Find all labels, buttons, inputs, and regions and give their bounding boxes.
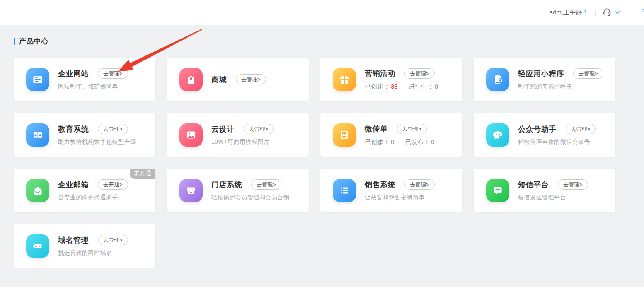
gift-icon [333,68,356,91]
sms-bubble-icon [486,179,509,202]
activate-button[interactable]: 去开通> [98,179,128,190]
product-subtitle: 轻松管理自家的微信公众号 [518,138,596,146]
manage-button[interactable]: 去管理> [98,68,128,79]
product-title: 微传单 [365,124,388,134]
product-subtitle: 助力教培机构数字化转型升级 [58,138,136,146]
chevron-down-icon [615,9,620,16]
product-subtitle: 短信发送管理平台 [518,194,588,201]
education-book-icon [26,123,49,147]
product-title: 营销活动 [365,68,395,78]
product-card-sales-system[interactable]: 销售系统 去管理> 让获客和销售变得简单 [320,169,462,212]
not-activated-badge: 未开通 [130,169,155,179]
product-title: 公众号助手 [518,124,557,134]
stat-value: 0 [431,138,434,145]
product-stats: 已创建：38 进行中：0 [365,83,438,91]
stat-label: 已发布： [405,138,430,145]
manage-button[interactable]: 去管理> [558,179,588,190]
product-card-cloud-design[interactable]: 云设计 去管理> 10W+可商用模板图片 [167,113,309,157]
product-title: 轻应用小程序 [518,69,564,79]
image-design-icon [179,123,203,147]
storefront-icon [179,179,203,202]
website-icon [26,68,49,91]
product-title: 云设计 [211,124,235,134]
mail-icon [26,179,49,202]
product-subtitle: 制作您的专属小程序 [518,83,603,90]
product-subtitle: 更专业的商务沟通助手 [58,194,128,201]
topbar-divider: | [594,9,596,16]
manage-button[interactable]: 去管理> [236,74,266,84]
sales-list-icon [333,179,356,202]
manage-button[interactable]: 去管理> [251,179,281,190]
stat-value: 0 [435,83,438,90]
clipped-edge-icon [642,9,644,15]
product-title: 域名管理 [58,235,89,245]
manage-button[interactable]: 去管理> [404,68,435,79]
stat-label: 进行中： [409,83,433,90]
product-card-marketing[interactable]: 营销活动 去管理> 已创建：38 进行中：0 [320,58,462,101]
flyer-icon [333,123,356,147]
product-subtitle: 挑选喜欢的网站域名 [58,249,128,257]
product-title: 销售系统 [365,180,395,190]
manage-button[interactable]: 去管理> [98,235,128,245]
product-card-store-system[interactable]: 门店系统 去管理> 轻松搞定会员管理和会员营销 [167,169,309,212]
stat-value: 38 [391,83,398,90]
product-card-miniapp[interactable]: 轻应用小程序 去管理> 制作您的专属小程序 [474,58,615,101]
manage-button[interactable]: 去管理> [404,179,435,190]
product-title: 短信平台 [518,180,549,190]
topbar-divider: | [626,9,628,16]
manage-button[interactable]: 去管理> [573,68,603,79]
product-card-enterprise-website[interactable]: 企业网站 去管理> 网站制作、维护都简单 [14,58,155,101]
product-subtitle: 10W+可商用模板图片 [211,138,274,146]
miniapp-phone-icon [486,68,509,91]
user-greeting: adm,上午好！ [550,9,588,17]
section-header: 产品中心 [14,36,49,46]
product-card-flyer[interactable]: 微传单 去管理> 已创建：0 已发布：0 [320,113,462,157]
product-card-official-account[interactable]: 公众号助手 去管理> 轻松管理自家的微信公众号 [474,113,615,157]
product-stats: 已创建：0 已发布：0 [365,138,435,146]
product-card-education[interactable]: 教育系统 去管理> 助力教培机构数字化转型升级 [14,113,155,157]
manage-button[interactable]: 去管理> [98,124,128,134]
product-card-mall[interactable]: 商城 去管理> [167,58,309,101]
product-card-sms-platform[interactable]: 短信平台 去管理> 短信发送管理平台 [474,169,615,212]
product-grid: 企业网站 去管理> 网站制作、维护都简单 商城 去管理> [14,58,615,268]
page-title: 产品中心 [19,36,49,46]
stat-label: 已创建： [365,83,390,90]
product-title: 教育系统 [58,124,89,134]
product-title: 企业邮箱 [58,180,89,190]
stat-value: 0 [391,138,394,145]
product-title: 商城 [211,75,227,84]
mall-bag-icon [179,68,203,91]
stat-label: 已创建： [365,138,390,145]
accent-bar [14,38,15,45]
product-card-enterprise-mail[interactable]: 未开通 企业邮箱 去开通> 更专业的商务沟通助手 [14,169,155,212]
headset-icon [602,7,612,18]
product-subtitle: 让获客和销售变得简单 [365,194,435,201]
product-subtitle: 轻松搞定会员管理和会员营销 [211,194,290,201]
manage-button[interactable]: 去管理> [244,124,274,134]
wechat-official-icon [486,123,509,147]
product-subtitle: 网站制作、维护都简单 [58,83,128,90]
product-card-domain[interactable]: w.= 域名管理 去管理> 挑选喜欢的网站域名 [14,224,155,268]
product-title: 门店系统 [211,180,242,190]
domain-ticket-icon: w.= [26,234,49,258]
topbar: adm,上午好！ | | [0,0,644,25]
product-title: 企业网站 [58,69,89,79]
support-menu[interactable] [602,7,620,18]
svg-text:w.=: w.= [35,244,41,248]
manage-button[interactable]: 去管理> [566,124,596,134]
manage-button[interactable]: 去管理> [397,124,427,134]
